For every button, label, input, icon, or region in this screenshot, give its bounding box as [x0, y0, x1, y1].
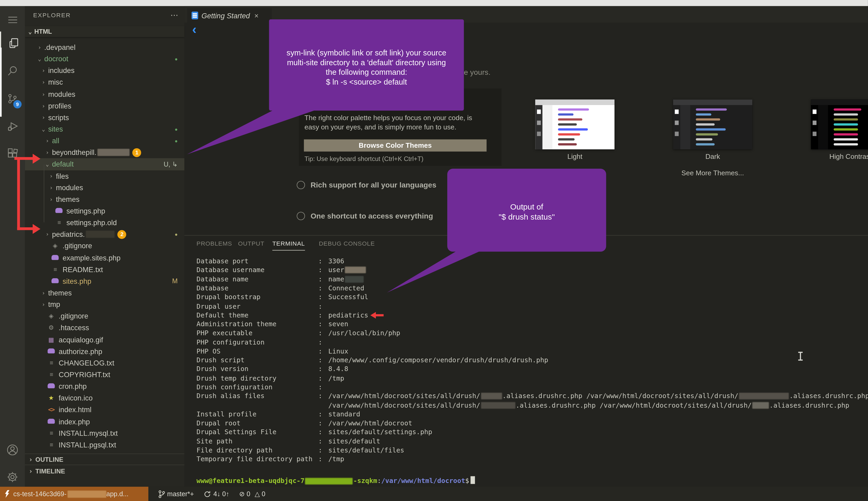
- checklist-item[interactable]: Rich support for all your languages: [297, 181, 436, 189]
- tree-item-install-pgsql-txt[interactable]: ≡INSTALL.pgsql.txt: [25, 439, 185, 451]
- tree-item-settings-php-old[interactable]: ≡settings.php.old: [25, 217, 185, 228]
- tree-item-profiles[interactable]: ›profiles: [25, 100, 185, 111]
- callout-text-line: sym-link (symbolic link or soft link) yo…: [269, 48, 464, 57]
- close-tab-icon[interactable]: ×: [254, 11, 259, 20]
- tree-item-install-mysql-txt[interactable]: ≡INSTALL.mysql.txt: [25, 427, 185, 439]
- php-file-icon: [55, 207, 63, 215]
- tree-item-copyright-txt[interactable]: ≡COPYRIGHT.txt: [25, 369, 185, 381]
- tree-item-files[interactable]: ›files: [25, 170, 185, 182]
- terminal-row: Database port:3306: [197, 257, 344, 266]
- sync-status[interactable]: 4↓ 0↑: [204, 490, 229, 498]
- tree-item-tmp[interactable]: ›tmp: [25, 299, 185, 310]
- tree-item-all[interactable]: ›all●: [25, 135, 185, 147]
- tree-item-themes[interactable]: ›themes: [25, 194, 185, 205]
- tree-item-label: CHANGELOG.txt: [59, 359, 114, 367]
- theme-card-label: High Contrast: [811, 153, 868, 160]
- tree-item-sites-php[interactable]: sites.phpM: [25, 275, 185, 287]
- text-file-icon: ≡: [47, 441, 55, 448]
- php-file-icon: [47, 383, 55, 390]
- run-debug-icon[interactable]: [0, 115, 25, 138]
- theme-card-dark[interactable]: [673, 99, 752, 149]
- theme-card-light[interactable]: [535, 99, 615, 149]
- warnings-status[interactable]: △ 0: [255, 490, 265, 498]
- extensions-icon[interactable]: [0, 142, 25, 166]
- git-branch-status[interactable]: master*+: [158, 490, 194, 498]
- git-status-decoration: ●: [175, 232, 178, 237]
- terminal-prompt[interactable]: www@feature1-beta-uqdbjqc-7-szqkm:/var/w…: [197, 476, 474, 484]
- tree-item-label: index.php: [59, 417, 90, 426]
- callout-text-line: $ ln -s <source> default: [269, 77, 464, 87]
- browse-color-themes-button[interactable]: Browse Color Themes: [304, 139, 487, 152]
- tree-item-index-html[interactable]: <>index.html: [25, 404, 185, 416]
- tree-item-readme-txt[interactable]: ≡README.txt: [25, 264, 185, 275]
- terminal-row: Drupal user:: [197, 301, 328, 311]
- red-arrow-head-pediatrics: [33, 224, 40, 234]
- tree-item-label: favicon.ico: [59, 394, 93, 402]
- timeline-section[interactable]: › TIMELINE: [25, 465, 185, 477]
- tab-getting-started[interactable]: Getting Started ×: [187, 8, 272, 23]
- tree-item-authorize-php[interactable]: authorize.php: [25, 345, 185, 357]
- outline-section[interactable]: › OUTLINE: [25, 454, 185, 465]
- radio-circle-icon: [297, 212, 305, 220]
- account-icon[interactable]: [0, 438, 25, 461]
- theme-card-label: Dark: [673, 153, 752, 160]
- tree-item--devpanel[interactable]: ›.devpanel: [25, 41, 185, 53]
- tree-item-beyondthepill-[interactable]: ›beyondthepill.1: [25, 147, 185, 158]
- remote-indicator[interactable]: cs-test-146c3d69- app.d...: [0, 487, 148, 501]
- tree-item-label: modules: [56, 183, 83, 192]
- tree-item-misc[interactable]: ›misc: [25, 77, 185, 88]
- step-badge: 2: [118, 230, 126, 239]
- terminal-row: File directory path:sites/default/files: [197, 446, 404, 455]
- checklist-item[interactable]: One shortcut to access everything: [297, 212, 433, 220]
- tree-item-modules[interactable]: ›modules: [25, 88, 185, 100]
- tree-item-favicon-ico[interactable]: ★favicon.ico: [25, 392, 185, 404]
- explorer-actions-icon[interactable]: ⋯: [170, 11, 179, 19]
- settings-gear-icon[interactable]: [0, 465, 25, 489]
- terminal-row: Site path:sites/default: [197, 437, 380, 446]
- git-file-icon: ◈: [47, 313, 55, 320]
- tree-item-example-sites-php[interactable]: example.sites.php: [25, 252, 185, 264]
- tree-item-label: cron.php: [59, 382, 87, 391]
- redacted-text: [345, 276, 364, 283]
- menu-icon[interactable]: [0, 8, 25, 32]
- chevron-right-icon: ›: [44, 150, 51, 156]
- tree-item-changelog-txt[interactable]: ≡CHANGELOG.txt: [25, 357, 185, 369]
- tree-item-cron-php[interactable]: cron.php: [25, 381, 185, 392]
- status-bar: cs-test-146c3d69- app.d... master*+ 4↓ 0…: [0, 487, 868, 501]
- theme-card-high-contrast[interactable]: [811, 99, 868, 149]
- chevron-right-icon: ›: [40, 114, 47, 120]
- tree-item-label: beyondthepill.: [52, 149, 96, 157]
- tree-item-includes[interactable]: ›includes: [25, 65, 185, 77]
- tree-item-modules[interactable]: ›modules: [25, 182, 185, 193]
- panel-tab-problems[interactable]: PROBLEMS: [197, 240, 232, 247]
- git-file-icon: ◈: [51, 242, 59, 249]
- tree-item--gitignore[interactable]: ◈.gitignore: [25, 310, 185, 322]
- terminal-row: Drush alias files:/var/www/html/docroot/…: [197, 392, 868, 401]
- tree-item--gitignore[interactable]: ◈.gitignore: [25, 240, 185, 252]
- favicon-icon: ★: [47, 394, 55, 402]
- workspace-section-html[interactable]: ⌄ HTML: [25, 26, 185, 37]
- tree-item-index-php[interactable]: index.php: [25, 416, 185, 427]
- errors-status[interactable]: ⊘ 0: [239, 490, 250, 498]
- panel-tab-terminal[interactable]: TERMINAL: [272, 240, 305, 247]
- chevron-down-icon: ⌄: [40, 126, 47, 132]
- source-control-icon[interactable]: 9: [0, 87, 25, 110]
- keyboard-shortcut-tip: Tip: Use keyboard shortcut (Ctrl+K Ctrl+…: [304, 156, 423, 162]
- search-icon[interactable]: [0, 59, 25, 83]
- tree-item-scripts[interactable]: ›scripts: [25, 111, 185, 123]
- tree-item-pediatrics-[interactable]: ›pediatrics.2●: [25, 228, 185, 240]
- panel-tab-output[interactable]: OUTPUT: [238, 240, 264, 247]
- tree-item-acquialogo-gif[interactable]: ▦acquialogo.gif: [25, 334, 185, 345]
- tree-item--htaccess[interactable]: ⚙.htaccess: [25, 322, 185, 334]
- tree-item-default[interactable]: ⌄defaultU, ↳: [25, 158, 185, 170]
- panel-tab-debug-console[interactable]: DEBUG CONSOLE: [319, 240, 375, 247]
- see-more-themes-link[interactable]: See More Themes...: [673, 169, 752, 177]
- tree-item-settings-php[interactable]: settings.php: [25, 205, 185, 217]
- tree-item-label: docroot: [44, 55, 68, 63]
- tree-item-docroot[interactable]: ⌄docroot●: [25, 53, 185, 65]
- back-arrow-icon[interactable]: ‹: [192, 23, 197, 36]
- tree-item-themes[interactable]: ›themes: [25, 287, 185, 299]
- tree-item-sites[interactable]: ⌄sites●: [25, 123, 185, 135]
- terminal-row: Temporary file directory path:/tmp: [197, 455, 344, 464]
- explorer-icon[interactable]: [0, 32, 26, 55]
